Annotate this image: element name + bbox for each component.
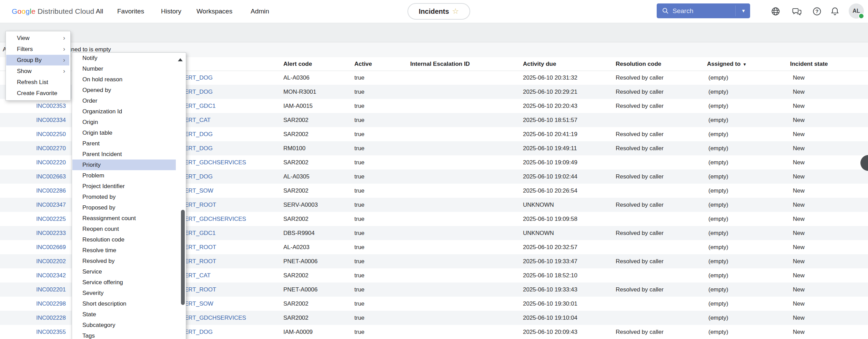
nav-item-all[interactable]: All (96, 0, 103, 23)
cell-group[interactable]: ERT_GDCHSERVICES (184, 311, 246, 325)
cell-incident-number[interactable]: INC002286 (36, 184, 66, 198)
cell-incident-number[interactable]: INC002347 (36, 198, 66, 212)
column-header-incident-state[interactable]: Incident state (790, 57, 828, 71)
nav-item-workspaces[interactable]: Workspaces (196, 0, 232, 23)
globe-icon[interactable] (771, 7, 780, 16)
workspace-pill-incidents[interactable]: Incidents ☆ (407, 3, 470, 20)
cell-incident-number[interactable]: INC002353 (36, 99, 66, 113)
cell-group[interactable]: ERT_DOG (184, 71, 213, 85)
group-by-option-on-hold-reason[interactable]: On hold reason (72, 74, 176, 85)
cell-group[interactable]: ERT_GDC1 (184, 226, 215, 240)
star-icon[interactable]: ☆ (452, 8, 459, 15)
cell-group[interactable]: ERT_CAT (184, 268, 211, 282)
column-header-activity-due[interactable]: Activity due (523, 57, 556, 71)
group-by-option-state[interactable]: State (72, 309, 176, 320)
group-by-option-parent-incident[interactable]: Parent Incident (72, 149, 176, 160)
group-by-option-short-description[interactable]: Short description (72, 298, 176, 309)
search-icon (662, 7, 669, 14)
group-by-option-service-offering[interactable]: Service offering (72, 277, 176, 288)
group-by-option-reassignment-count[interactable]: Reassignment count (72, 213, 176, 224)
cell-incident-number[interactable]: INC002342 (36, 268, 66, 282)
cell-incident-number[interactable]: INC002355 (36, 325, 66, 339)
group-by-option-notify[interactable]: Notify (72, 53, 176, 63)
group-by-option-resolve-time[interactable]: Resolve time (72, 245, 176, 256)
context-menu-item-create-favorite[interactable]: Create Favorite (6, 88, 69, 99)
context-menu-item-view[interactable]: View› (6, 33, 69, 43)
search-scope-caret-icon[interactable]: ▼ (741, 3, 746, 18)
help-icon[interactable]: ? (812, 7, 822, 16)
cell-group[interactable]: ERT_ROOT (184, 198, 216, 212)
group-by-option-origin[interactable]: Origin (72, 117, 176, 127)
nav-item-history[interactable]: History (161, 0, 181, 23)
group-by-option-resolved-by[interactable]: Resolved by (72, 256, 176, 266)
incidents-list-page: GoogleDistributed Cloud AllFavoritesHist… (0, 0, 868, 339)
cell-group[interactable]: ERT_DOG (184, 85, 213, 99)
column-header-assigned-to[interactable]: Assigned to▼ (707, 57, 747, 71)
notifications-bell-icon[interactable] (830, 7, 840, 16)
group-by-option-priority[interactable]: Priority (72, 160, 176, 170)
column-header-alert-code[interactable]: Alert code (283, 57, 312, 71)
cell-incident-state: New (793, 141, 805, 155)
cell-group[interactable]: ERT_DOG (184, 170, 213, 184)
nav-item-favorites[interactable]: Favorites (117, 0, 144, 23)
cell-resolution-code: Resolved by caller (616, 85, 664, 99)
cell-group[interactable]: ERT_SOW (184, 297, 213, 311)
scroll-up-icon[interactable] (178, 58, 183, 61)
cell-group[interactable]: ERT_GDC1 (184, 99, 215, 113)
cell-group[interactable]: ERT_DOG (184, 325, 213, 339)
group-by-option-tags[interactable]: Tags (72, 330, 176, 339)
cell-incident-number[interactable]: INC002228 (36, 311, 66, 325)
cell-group[interactable]: ERT_ROOT (184, 282, 216, 297)
group-by-option-opened-by[interactable]: Opened by (72, 85, 176, 95)
cell-group[interactable]: ERT_GDCHSERVICES (184, 155, 246, 170)
column-header-internal-escalation-id[interactable]: Internal Escalation ID (410, 57, 470, 71)
cell-incident-number[interactable]: INC002663 (36, 170, 66, 184)
group-by-option-parent[interactable]: Parent (72, 138, 176, 149)
cell-group[interactable]: ERT_DOG (184, 127, 213, 141)
group-by-option-reopen-count[interactable]: Reopen count (72, 224, 176, 234)
cell-incident-number[interactable]: INC002298 (36, 297, 66, 311)
column-header-resolution-code[interactable]: Resolution code (616, 57, 661, 71)
nav-item-admin[interactable]: Admin (251, 0, 269, 23)
cell-incident-number[interactable]: INC002270 (36, 141, 66, 155)
chat-icon[interactable] (792, 7, 802, 16)
group-by-option-service[interactable]: Service (72, 266, 176, 277)
group-by-option-proposed-by[interactable]: Proposed by (72, 202, 176, 213)
context-menu-item-refresh-list[interactable]: Refresh List (6, 77, 69, 88)
cell-incident-number[interactable]: INC002669 (36, 240, 66, 254)
cell-incident-number[interactable]: INC002220 (36, 155, 66, 170)
cell-incident-number[interactable]: INC002334 (36, 113, 66, 127)
cell-group[interactable]: ERT_GDCHSERVICES (184, 212, 246, 226)
cell-incident-number[interactable]: INC002202 (36, 254, 66, 268)
context-menu-item-filters[interactable]: Filters› (6, 44, 69, 54)
cell-incident-number[interactable]: INC002250 (36, 127, 66, 141)
cell-group[interactable]: ERT_ROOT (184, 240, 216, 254)
cell-assigned-to: (empty) (708, 127, 728, 141)
global-search-bar[interactable]: Search ▼ (657, 3, 750, 18)
context-menu-item-group-by[interactable]: Group By› (6, 55, 69, 65)
group-by-option-subcategory[interactable]: Subcategory (72, 320, 176, 330)
cell-incident-number[interactable]: INC002233 (36, 226, 66, 240)
cell-activity-due: 2025-06-10 19:09:49 (523, 155, 577, 170)
column-header-active[interactable]: Active (354, 57, 372, 71)
cell-group[interactable]: ERT_DOG (184, 141, 213, 155)
group-by-option-origin-table[interactable]: Origin table (72, 127, 176, 138)
brand-logo[interactable]: GoogleDistributed Cloud (12, 0, 94, 23)
avatar[interactable]: AL (849, 3, 864, 19)
cell-incident-number[interactable]: INC002201 (36, 282, 66, 297)
cell-group[interactable]: ERT_CAT (184, 113, 211, 127)
cell-activity-due: 2025-06-10 20:09:43 (523, 325, 577, 339)
cell-group[interactable]: ERT_SOW (184, 184, 213, 198)
group-by-option-order[interactable]: Order (72, 95, 176, 106)
group-by-option-problem[interactable]: Problem (72, 170, 176, 181)
group-by-option-severity[interactable]: Severity (72, 288, 176, 298)
group-by-option-project-identifier[interactable]: Project Identifier (72, 181, 176, 192)
cell-incident-number[interactable]: INC002225 (36, 212, 66, 226)
group-by-option-organization-id[interactable]: Organization Id (72, 106, 176, 117)
group-by-option-resolution-code[interactable]: Resolution code (72, 234, 176, 245)
cell-group[interactable]: ERT_ROOT (184, 254, 216, 268)
context-menu-item-show[interactable]: Show› (6, 66, 69, 76)
group-by-option-promoted-by[interactable]: Promoted by (72, 192, 176, 202)
submenu-scrollbar-thumb[interactable] (181, 210, 185, 305)
group-by-option-number[interactable]: Number (72, 63, 176, 74)
